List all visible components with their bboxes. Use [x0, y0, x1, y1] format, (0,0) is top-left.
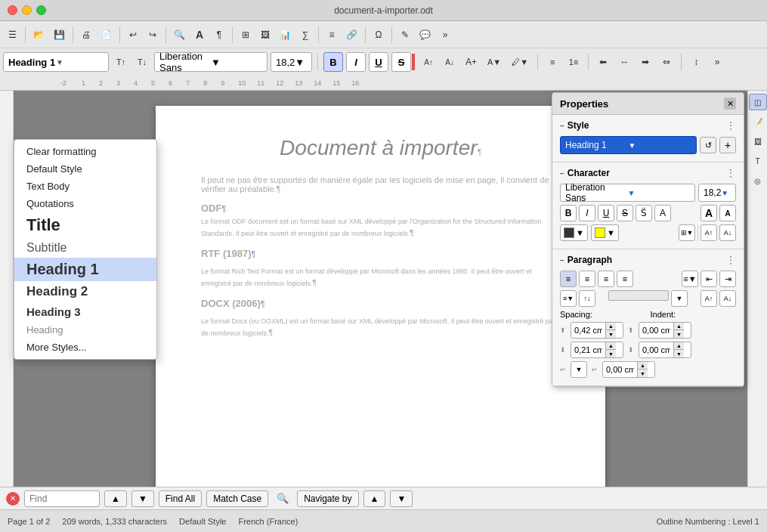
print-button[interactable]: 🖨: [77, 25, 95, 45]
char-underline-btn[interactable]: U: [598, 205, 614, 221]
first-indent-input[interactable]: [603, 365, 637, 374]
char-grid-btn[interactable]: ⊞▼: [679, 224, 695, 241]
para-spacing-btn2[interactable]: ↑↓: [579, 290, 595, 307]
para-indent-btn[interactable]: ⇥: [719, 271, 736, 287]
list-button[interactable]: ≡: [323, 25, 341, 45]
dropdown-item-title[interactable]: Title: [14, 212, 156, 238]
dropdown-item-more[interactable]: More Styles...: [14, 339, 156, 356]
italic-button[interactable]: I: [346, 52, 366, 72]
functions-icon-btn[interactable]: ◎: [749, 172, 767, 189]
indent-left-spinbox[interactable]: ▲ ▼: [639, 342, 691, 358]
track-changes-button[interactable]: ✎: [396, 25, 414, 45]
match-case-btn[interactable]: Match Case: [206, 490, 268, 507]
find-button[interactable]: 🔍: [170, 25, 189, 45]
para-align-right-btn[interactable]: ≡: [598, 271, 614, 287]
indent-right-input[interactable]: [639, 326, 673, 335]
properties-close-button[interactable]: ✕: [724, 97, 736, 110]
superscript-button[interactable]: A↑: [419, 52, 438, 72]
navigate-next-btn[interactable]: ▼: [390, 490, 413, 507]
char-smaller-btn[interactable]: A: [719, 205, 736, 221]
char-italic-btn[interactable]: I: [579, 205, 595, 221]
font-style-btn2[interactable]: T↓: [133, 52, 151, 72]
indent-right-spinbox[interactable]: ▲ ▼: [639, 322, 691, 339]
char-upper-btn[interactable]: A↑: [701, 224, 717, 241]
dropdown-item-quotations[interactable]: Quotations: [14, 195, 156, 212]
highlight-button[interactable]: 🖊▼: [508, 52, 532, 72]
font-color-button[interactable]: A▼: [484, 52, 505, 72]
dropdown-item-heading[interactable]: Heading: [14, 321, 156, 339]
dropdown-item-subtitle[interactable]: Subtitle: [14, 238, 156, 258]
para-align-center-btn[interactable]: ≡: [579, 271, 595, 287]
first-indent-type-btn[interactable]: ▼: [571, 361, 587, 378]
dropdown-item-default[interactable]: Default Style: [14, 160, 156, 178]
char-allcaps-btn[interactable]: A: [654, 205, 671, 221]
props-para-menu[interactable]: ⋮: [725, 254, 736, 266]
spacing-above-spinbox[interactable]: ▲ ▼: [571, 322, 623, 339]
para-color-btn[interactable]: ▼: [671, 290, 688, 307]
spinbox-down-5[interactable]: ▼: [637, 370, 648, 377]
find-search-icon[interactable]: 🔍: [273, 489, 292, 509]
align-right[interactable]: ➡: [636, 52, 654, 72]
find-next-btn[interactable]: ▼: [131, 490, 154, 507]
fontsize-button[interactable]: A: [190, 25, 209, 45]
hyperlink-button[interactable]: 🔗: [342, 25, 361, 45]
spinbox-down-4[interactable]: ▼: [673, 350, 684, 357]
dropdown-item-clear[interactable]: Clear formatting: [14, 143, 156, 160]
props-char-menu[interactable]: ⋮: [725, 167, 736, 179]
close-button[interactable]: [8, 5, 17, 15]
highlight-color-btn[interactable]: ▼: [591, 224, 619, 241]
para-list-btn[interactable]: ≡▼: [682, 271, 698, 287]
style-refresh-btn[interactable]: ↺: [700, 137, 716, 153]
insert-table-button[interactable]: ⊞: [237, 25, 255, 45]
minimize-button[interactable]: [22, 5, 32, 15]
find-close-btn[interactable]: ✕: [6, 492, 20, 506]
spinbox-down-2[interactable]: ▼: [673, 330, 684, 338]
para-align-left-btn[interactable]: ≡: [560, 271, 577, 287]
bullets-button[interactable]: ≡: [543, 52, 561, 72]
spinbox-up-3[interactable]: ▲: [605, 342, 616, 350]
align-center[interactable]: ↔: [615, 52, 633, 72]
spinbox-down-3[interactable]: ▼: [605, 350, 616, 357]
line-spacing-button[interactable]: ↕: [687, 52, 705, 72]
save-button[interactable]: 💾: [50, 25, 69, 45]
spacing-above-input[interactable]: [571, 326, 605, 335]
para-sup-btn[interactable]: A↑: [701, 290, 717, 307]
navigate-prev-btn[interactable]: ▲: [363, 490, 386, 507]
formula-button[interactable]: ∑: [296, 25, 314, 45]
find-input[interactable]: [24, 490, 100, 507]
new-button[interactable]: ☰: [3, 25, 21, 45]
align-justify[interactable]: ⇔: [657, 52, 676, 72]
char-bigger-btn[interactable]: A: [701, 205, 717, 221]
font-selector[interactable]: Liberation Sans ▼: [154, 52, 268, 72]
bold-button[interactable]: B: [323, 52, 343, 72]
document-page[interactable]: Document à importer¶ Il peut ne pas être…: [156, 106, 605, 487]
align-left[interactable]: ⬅: [594, 52, 612, 72]
font-style-btn1[interactable]: T↑: [112, 52, 130, 72]
properties-icon-btn[interactable]: ◫: [749, 94, 767, 110]
find-all-btn[interactable]: Find All: [159, 490, 202, 507]
spinbox-up-1[interactable]: ▲: [605, 323, 616, 330]
char-bold-btn[interactable]: B: [560, 205, 577, 221]
font-size-selector[interactable]: 18,2 ▼: [271, 52, 312, 72]
navigator-icon-btn[interactable]: T: [749, 153, 767, 169]
char-collapse-icon[interactable]: −: [560, 169, 564, 178]
undo-button[interactable]: ↩: [124, 25, 142, 45]
dropdown-item-heading1[interactable]: Heading 1: [14, 258, 156, 281]
spinbox-up-4[interactable]: ▲: [673, 342, 684, 350]
open-button[interactable]: 📂: [29, 25, 48, 45]
underline-button[interactable]: U: [369, 52, 388, 72]
more-button[interactable]: »: [436, 25, 454, 45]
comment-button[interactable]: 💬: [416, 25, 435, 45]
indent-left-input[interactable]: [639, 345, 673, 354]
special-char-button[interactable]: Ω: [370, 25, 388, 45]
strikethrough-button[interactable]: S: [391, 52, 411, 72]
gallery-icon-btn[interactable]: 🖼: [749, 133, 767, 150]
spacing-below-spinbox[interactable]: ▲ ▼: [571, 342, 623, 358]
first-indent-spinbox[interactable]: ▲ ▼: [602, 361, 655, 378]
char-strikethrough-btn[interactable]: S: [617, 205, 633, 221]
find-prev-btn[interactable]: ▲: [104, 490, 127, 507]
spinbox-down-1[interactable]: ▼: [605, 330, 616, 338]
dropdown-item-textbody[interactable]: Text Body: [14, 178, 156, 195]
navigate-by-btn[interactable]: Navigate by: [297, 490, 358, 507]
spinbox-up-2[interactable]: ▲: [673, 323, 684, 330]
